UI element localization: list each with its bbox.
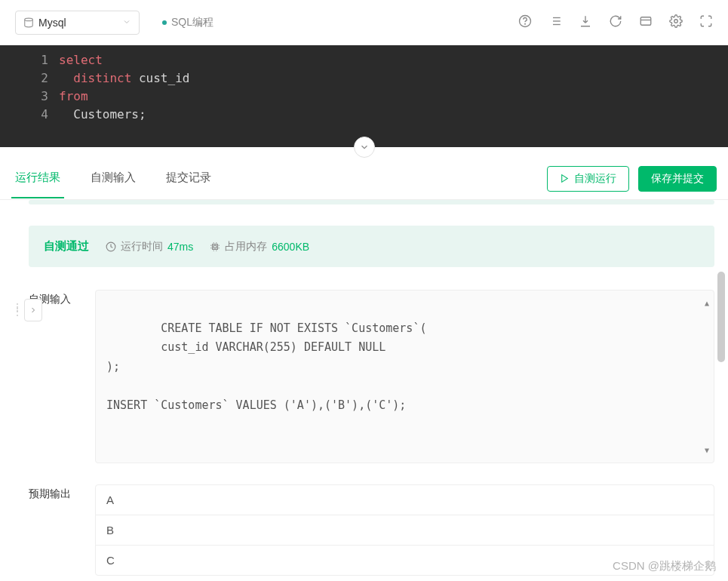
download-icon[interactable] [579, 14, 592, 31]
scroll-up-icon: ▲ [705, 297, 712, 309]
expand-side-button[interactable] [24, 299, 42, 321]
line-number: 2 [0, 69, 59, 88]
list-icon[interactable] [548, 14, 562, 31]
svg-rect-15 [213, 245, 217, 248]
settings-icon[interactable] [669, 14, 683, 31]
code-content: distinct cust_id [59, 69, 189, 88]
line-number: 3 [0, 88, 59, 106]
fullscreen-icon[interactable] [699, 14, 713, 31]
chevron-down-icon [359, 142, 370, 152]
database-selector[interactable]: Mysql [15, 11, 140, 35]
svg-point-11 [674, 19, 678, 23]
tab-0[interactable]: 运行结果 [11, 158, 64, 198]
svg-marker-12 [562, 175, 568, 183]
results-scrollbar[interactable] [716, 200, 725, 581]
status-card: 自测通过 运行时间 47ms 占用内存 6600KB [29, 226, 714, 267]
svg-point-0 [25, 18, 33, 21]
tab-1[interactable]: 自测输入 [87, 158, 140, 198]
scroll-down-icon: ▼ [705, 444, 712, 456]
memory-stat: 占用内存 6600KB [210, 240, 309, 254]
svg-rect-14 [213, 244, 218, 249]
run-button-label: 自测运行 [574, 172, 616, 186]
save-submit-button[interactable]: 保存并提交 [638, 166, 717, 192]
database-name: Mysql [38, 17, 66, 29]
code-editor[interactable]: 1select2 distinct cust_id3from4 Customer… [0, 45, 728, 147]
output-row: A [96, 485, 714, 515]
code-line: 3from [0, 88, 728, 106]
line-number: 1 [0, 51, 59, 69]
tab-2[interactable]: 提交记录 [162, 158, 215, 198]
watermark-text: CSDN @跳楼梯企鹅 [613, 559, 716, 573]
svg-rect-9 [640, 17, 651, 25]
help-icon[interactable] [518, 14, 532, 31]
section-label: 预期输出 [29, 484, 81, 576]
drag-dots-icon: ⋮⋮ [12, 306, 23, 314]
code-content: select [59, 51, 103, 69]
code-content: from [59, 88, 88, 106]
result-tabs-bar: 运行结果自测输入提交记录 自测运行 保存并提交 [0, 158, 728, 200]
code-line: 2 distinct cust_id [0, 69, 728, 88]
expected-output-section: 预期输出 ABC [29, 484, 714, 576]
result-tabs: 运行结果自测输入提交记录 [11, 158, 215, 198]
expand-editor-button[interactable] [354, 137, 375, 158]
chip-icon [210, 241, 220, 252]
output-row: B [96, 515, 714, 546]
refresh-icon[interactable] [609, 14, 622, 31]
side-panel-handle: ⋮⋮ [12, 299, 42, 321]
svg-point-2 [525, 23, 526, 24]
input-code-box[interactable]: CREATE TABLE IF NOT EXISTS `Customers`( … [95, 290, 714, 463]
layout-icon[interactable] [639, 14, 653, 31]
play-icon [560, 174, 570, 183]
mode-indicator: SQL编程 [162, 16, 213, 29]
code-line: 4 Customers; [0, 106, 728, 124]
self-test-run-button[interactable]: 自测运行 [547, 166, 629, 192]
runtime-stat: 运行时间 47ms [106, 240, 193, 254]
code-line: 1select [0, 51, 728, 69]
cutoff-card [29, 200, 714, 204]
inner-scrollbar[interactable]: ▲ ▼ [705, 297, 712, 456]
status-pass-label: 自测通过 [44, 239, 89, 254]
self-test-input-section: 自测输入 CREATE TABLE IF NOT EXISTS `Custome… [29, 290, 714, 463]
scrollbar-thumb[interactable] [717, 272, 725, 362]
database-icon [23, 17, 34, 28]
status-dot-icon [162, 20, 167, 25]
chevron-down-icon [122, 16, 131, 29]
top-toolbar: Mysql SQL编程 [0, 0, 728, 45]
code-content: Customers; [59, 106, 146, 124]
chevron-right-icon [29, 306, 38, 315]
mode-text: SQL编程 [171, 16, 213, 29]
line-number: 4 [0, 106, 59, 124]
clock-icon [106, 241, 116, 252]
input-code: CREATE TABLE IF NOT EXISTS `Customers`( … [106, 321, 426, 412]
toolbar-actions [518, 14, 713, 31]
results-panel: 自测通过 运行时间 47ms 占用内存 6600KB 自测输入 CREATE T… [0, 200, 728, 581]
